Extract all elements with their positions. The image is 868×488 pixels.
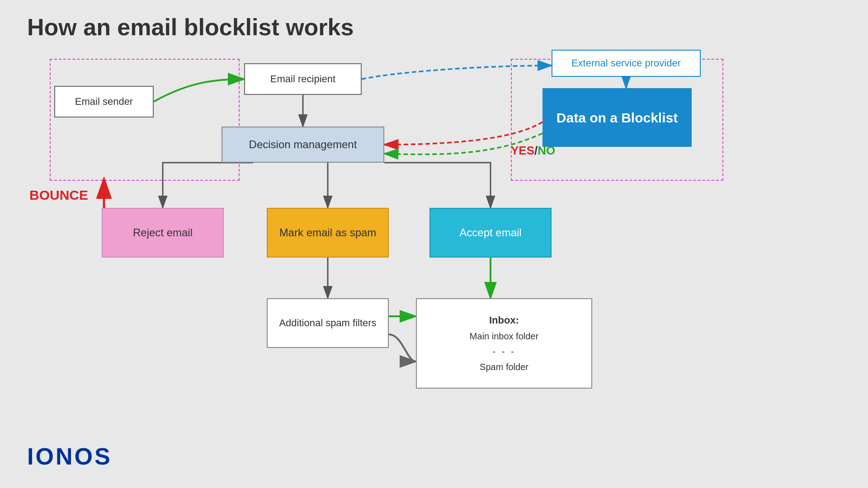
blocklist-box: Data on a Blocklist bbox=[542, 88, 692, 147]
spam-box: Mark email as spam bbox=[267, 208, 389, 258]
yes-label: YES bbox=[511, 144, 534, 157]
page-title: How an email blocklist works bbox=[27, 14, 354, 41]
reject-box: Reject email bbox=[102, 208, 224, 258]
additional-spam-box: Additional spam filters bbox=[267, 298, 389, 348]
inbox-box: Inbox: Main inbox folder - - - Spam fold… bbox=[416, 298, 592, 389]
bounce-label: BOUNCE bbox=[29, 188, 88, 203]
inbox-spam-label: Spam folder bbox=[480, 361, 528, 373]
email-sender-box: Email sender bbox=[54, 86, 154, 117]
no-label: NO bbox=[538, 144, 555, 157]
dashed-region-left bbox=[50, 59, 240, 181]
inbox-main-label: Main inbox folder bbox=[470, 330, 538, 342]
email-recipient-box: Email recipient bbox=[244, 63, 362, 95]
decision-box: Decision management bbox=[222, 127, 384, 163]
accept-box: Accept email bbox=[429, 208, 552, 258]
inbox-separator: - - - bbox=[492, 346, 515, 357]
ionos-logo: IONOS bbox=[27, 443, 112, 470]
yesno-label: YES/NO bbox=[511, 144, 555, 158]
external-service-box: External service provider bbox=[552, 50, 701, 77]
inbox-title: Inbox: bbox=[489, 314, 519, 327]
